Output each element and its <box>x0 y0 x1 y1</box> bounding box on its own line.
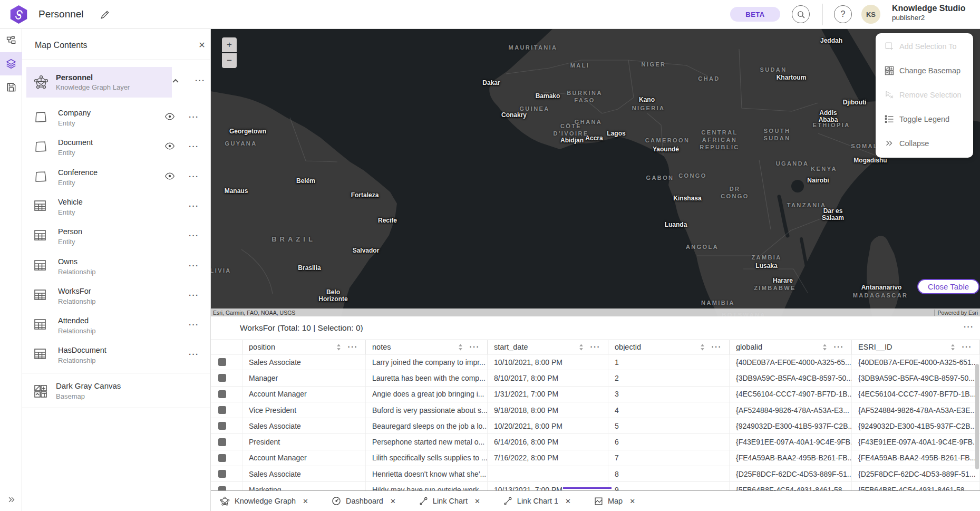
column-options-icon[interactable]: ··· <box>470 342 480 352</box>
cell-position[interactable]: Sales Associate <box>242 466 366 481</box>
cell-notes[interactable]: Larry joined the company to impr... <box>366 354 488 370</box>
cell-globalid[interactable]: {4EC56104-CCC7-4907-BF7D-1B... <box>730 387 852 402</box>
column-options-icon[interactable]: ··· <box>348 342 358 352</box>
cell-position[interactable]: Sales Associate <box>242 418 366 433</box>
table-options-icon[interactable]: ··· <box>964 322 974 332</box>
layer-item-person[interactable]: PersonEntity··· <box>26 222 207 252</box>
layer-group-personnel[interactable]: Personnel Knowledge Graph Layer <box>26 67 172 98</box>
cell-start_date[interactable]: 1/31/2021, 7:00 PM <box>488 387 608 402</box>
cell-position[interactable]: Vice President <box>242 402 366 418</box>
table-header-start_date[interactable]: start_date··· <box>488 340 608 354</box>
cell-notes[interactable]: Lilith specifically sells supplies to ..… <box>366 450 488 466</box>
menu-item-collapse[interactable]: Collapse <box>876 131 973 156</box>
cell-objectid[interactable]: 7 <box>608 450 730 466</box>
column-options-icon[interactable]: ··· <box>712 342 722 352</box>
row-checkbox[interactable] <box>218 470 226 478</box>
column-options-icon[interactable]: ··· <box>834 342 845 352</box>
row-checkbox[interactable] <box>218 374 226 382</box>
cell-globalid[interactable]: {AF524884-9826-478A-A53A-E3... <box>730 402 852 418</box>
table-row[interactable]: PresidentPersephone started new metal o.… <box>211 434 980 450</box>
sort-icon[interactable] <box>336 343 342 351</box>
tab-link-chart[interactable]: Link Chart✕ <box>419 497 480 506</box>
zoom-in-button[interactable]: + <box>222 37 237 52</box>
panel-close-icon[interactable]: ✕ <box>197 40 207 50</box>
tab-close-icon[interactable]: ✕ <box>303 497 308 505</box>
cell-notes[interactable]: Henrietta doesn't know what she'... <box>366 466 488 481</box>
cell-esri_id[interactable]: {F43E91EE-097A-40A1-9C4E-9FB... <box>852 434 980 449</box>
visibility-eye-icon[interactable] <box>164 172 175 180</box>
cell-esri_id[interactable]: {FE4A59AB-BAA2-495B-B261-FB... <box>852 450 980 466</box>
row-checkbox[interactable] <box>218 422 226 430</box>
cell-globalid[interactable]: {D25F8DCF-62DC-4D53-889F-51... <box>730 466 852 481</box>
sort-icon[interactable] <box>458 343 463 351</box>
cell-objectid[interactable]: 1 <box>608 354 730 370</box>
tab-close-icon[interactable]: ✕ <box>390 497 396 505</box>
layer-options-icon[interactable]: ··· <box>189 320 199 330</box>
cell-esri_id[interactable]: {40DE0B7A-EF0E-4000-A325-651... <box>852 354 980 370</box>
help-button[interactable]: ? <box>834 5 852 23</box>
cell-start_date[interactable]: 7/16/2022, 8:00 PM <box>488 450 608 466</box>
layer-options-icon[interactable]: ··· <box>189 201 199 211</box>
map-canvas[interactable]: MAURITANIAMALINIGERSUDANCHADBURKINAFASON… <box>211 29 980 316</box>
cell-objectid[interactable]: 3 <box>608 387 730 402</box>
cell-start_date[interactable]: 10/20/2021, 8:00 PM <box>488 418 608 433</box>
cell-position[interactable]: Sales Associate <box>242 354 366 370</box>
row-checkbox[interactable] <box>218 390 226 398</box>
edit-title-pencil-icon[interactable] <box>100 9 110 20</box>
cell-objectid[interactable]: 8 <box>608 466 730 481</box>
cell-position[interactable]: Manager <box>242 370 366 385</box>
tab-knowledge-graph[interactable]: Knowledge Graph✕ <box>220 496 308 506</box>
layer-options-icon[interactable]: ··· <box>189 230 199 241</box>
tab-map[interactable]: Map✕ <box>594 497 635 506</box>
table-header-globalid[interactable]: globalid··· <box>730 340 852 354</box>
layer-item-attended[interactable]: AttendedRelationship··· <box>26 311 207 341</box>
table-row[interactable]: Sales AssociateHenrietta doesn't know wh… <box>211 466 980 482</box>
layer-options-icon[interactable]: ··· <box>189 261 199 271</box>
sort-icon[interactable] <box>700 343 705 351</box>
cell-esri_id[interactable]: {5FB64B8F-4C54-4931-8461-58... <box>852 482 980 490</box>
cell-position[interactable]: President <box>242 434 366 449</box>
table-header-esri__id[interactable]: ESRI__ID··· <box>852 340 980 354</box>
cell-notes[interactable]: Beauregard sleeps on the job a lo... <box>366 418 488 433</box>
avatar[interactable]: KS <box>861 5 880 24</box>
cell-esri_id[interactable]: {AF524884-9826-478A-A53A-E3E... <box>852 402 980 418</box>
sort-icon[interactable] <box>578 343 584 351</box>
rail-item-layers[interactable] <box>0 52 22 75</box>
cell-objectid[interactable]: 5 <box>608 418 730 433</box>
layer-options-icon[interactable]: ··· <box>189 141 199 152</box>
menu-item-toggle-legend[interactable]: Toggle Legend <box>876 107 973 131</box>
tab-close-icon[interactable]: ✕ <box>474 497 480 505</box>
cell-globalid[interactable]: {5FB64B8F-4C54-4931-8461-58... <box>730 482 852 490</box>
cell-start_date[interactable]: 10/10/2021, 8:00 PM <box>488 354 608 370</box>
table-vertical-scrollbar[interactable] <box>975 364 979 469</box>
cell-objectid[interactable]: 6 <box>608 434 730 449</box>
cell-esri_id[interactable]: {3DB9A59C-B5FA-49CB-8597-50... <box>852 370 980 385</box>
tab-dashboard[interactable]: Dashboard✕ <box>332 496 396 506</box>
table-row[interactable]: Vice PresidentBuford is very passionate … <box>211 402 980 418</box>
cell-globalid[interactable]: {FE4A59AB-BAA2-495B-B261-FB... <box>730 450 852 466</box>
sort-icon[interactable] <box>822 343 828 351</box>
layer-options-icon[interactable]: ··· <box>189 349 199 360</box>
cell-notes[interactable]: Persephone started new metal o... <box>366 434 488 449</box>
cell-globalid[interactable]: {40DE0B7A-EF0E-4000-A325-65... <box>730 354 852 370</box>
column-options-icon[interactable]: ··· <box>590 342 601 352</box>
layer-options-icon[interactable]: ··· <box>189 290 199 301</box>
table-row[interactable]: MarketingHildy may have run outside work… <box>211 482 980 490</box>
rail-item-hierarchy[interactable] <box>0 29 22 52</box>
close-table-button[interactable]: Close Table <box>917 279 979 294</box>
layer-item-owns[interactable]: OwnsRelationship··· <box>26 252 207 282</box>
cell-start_date[interactable]: 8/10/2017, 8:00 PM <box>488 370 608 385</box>
cell-notes[interactable]: Buford is very passionate about s... <box>366 402 488 418</box>
row-checkbox[interactable] <box>218 406 226 414</box>
cell-position[interactable]: Account Manager <box>242 387 366 402</box>
cell-globalid[interactable]: {3DB9A59C-B5FA-49CB-8597-50... <box>730 370 852 385</box>
row-checkbox[interactable] <box>218 454 226 462</box>
tab-close-icon[interactable]: ✕ <box>565 497 571 505</box>
cell-esri_id[interactable]: {4EC56104-CCC7-4907-BF7D-1B... <box>852 387 980 402</box>
menu-item-change-basemap[interactable]: Change Basemap <box>876 59 973 83</box>
layer-group-options-icon[interactable]: ··· <box>195 75 206 86</box>
layer-options-icon[interactable]: ··· <box>189 112 199 122</box>
cell-notes[interactable]: Hildy may have run outside work... <box>366 482 488 490</box>
layer-item-hasdocument[interactable]: HasDocumentRelationship··· <box>26 341 207 370</box>
cell-objectid[interactable]: 4 <box>608 402 730 418</box>
